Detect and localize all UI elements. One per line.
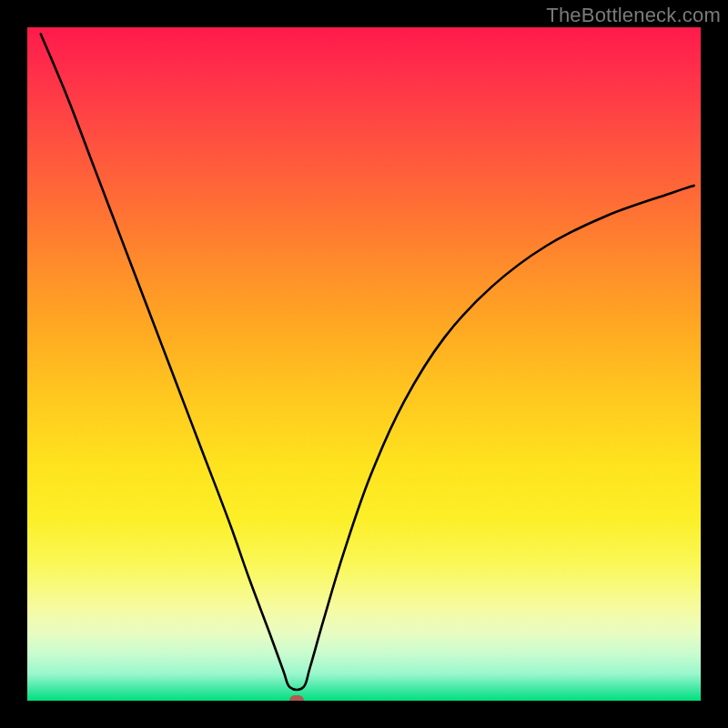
bottleneck-curve: [27, 27, 701, 701]
min-marker: [289, 695, 304, 701]
plot-frame: [27, 27, 701, 701]
watermark-text: TheBottleneck.com: [546, 4, 721, 27]
